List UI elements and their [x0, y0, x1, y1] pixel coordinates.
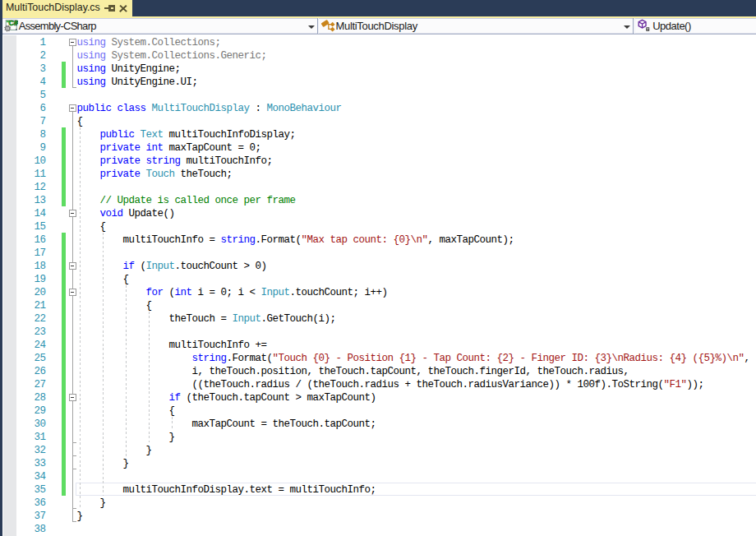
- svg-text:C#: C#: [8, 19, 18, 27]
